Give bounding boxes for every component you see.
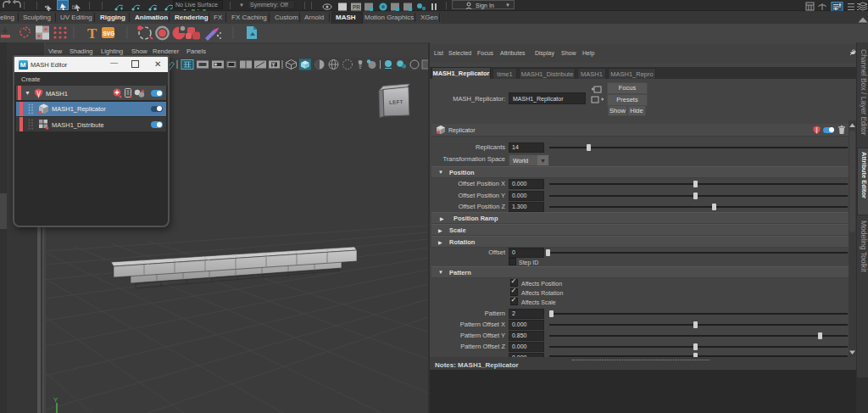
svg-text:PR: PR xyxy=(353,4,360,10)
svg-text:T: T xyxy=(87,25,97,42)
svg-text:M: M xyxy=(20,61,26,69)
svg-text:T: T xyxy=(272,63,275,68)
svg-text:SVG: SVG xyxy=(103,31,115,36)
svg-text:Y: Y xyxy=(53,396,58,404)
